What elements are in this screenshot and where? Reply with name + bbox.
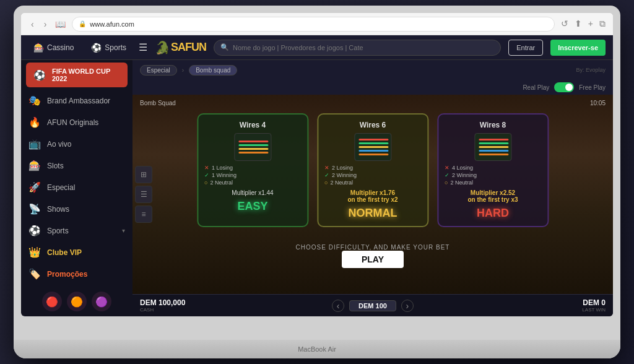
- slots-label: Slots: [47, 162, 125, 170]
- normal-stat-2-icon: ✓: [324, 172, 329, 178]
- difficulty-card-hard[interactable]: Wires 8 ✕ 4 Losin: [437, 113, 549, 227]
- balance-value: DEM 100,000: [140, 298, 185, 307]
- bet-increase-button[interactable]: ›: [401, 300, 414, 312]
- hard-wire-preview: [474, 133, 511, 161]
- search-icon: 🔍: [220, 43, 229, 51]
- login-button[interactable]: Entrar: [508, 40, 543, 56]
- bookmarks-icon[interactable]: 📖: [55, 19, 66, 29]
- fifa-icon: ⚽: [33, 69, 46, 81]
- chevron-down-icon: ▾: [122, 227, 125, 234]
- cassino-label: Cassino: [47, 43, 74, 52]
- sidebar-item-afun-originals[interactable]: 🔥 AFUN Originals: [21, 111, 132, 133]
- especial-icon: 🚀: [28, 181, 41, 193]
- laptop-screen: ‹ › 📖 🔒 www.afun.com ↺ ⬆ + ⧉ 🎰 Cassino: [21, 13, 613, 316]
- normal-stat-2-text: 2 Winning: [332, 172, 357, 178]
- sports-sidebar-label: Sports: [47, 227, 116, 235]
- add-tab-icon[interactable]: +: [588, 19, 593, 29]
- sidebar-item-brand-ambassador[interactable]: 🎭 Brand Ambassador: [21, 90, 132, 111]
- bet-decrease-button[interactable]: ‹: [332, 300, 344, 312]
- easy-stat-2-text: 1 Winning: [212, 172, 237, 178]
- tabs-icon[interactable]: ⧉: [599, 19, 606, 29]
- sidebar-item-vip[interactable]: 👑 Clube VIP: [21, 241, 132, 263]
- tab-cassino[interactable]: 🎰 Cassino: [28, 40, 79, 55]
- sidebar-bottom-icon-3[interactable]: 🟣: [92, 292, 111, 311]
- originals-icon: 🔥: [28, 116, 41, 128]
- url-bar[interactable]: 🔒 www.afun.com: [72, 17, 554, 32]
- easy-stat-1-icon: ✕: [204, 165, 209, 171]
- game-area: Especial › Bomb squad By: Evoplay Real P…: [132, 60, 613, 316]
- choose-difficulty-text: CHOOSE DIFFICULTY, AND MAKE YOUR BET: [296, 244, 450, 251]
- wire-yellow-3: [479, 146, 508, 148]
- sidebar-item-ao-vivo[interactable]: 📺 Ao vivo: [21, 133, 132, 155]
- easy-stat-3-text: 2 Neutral: [210, 180, 233, 186]
- browser-bar: ‹ › 📖 🔒 www.afun.com ↺ ⬆ + ⧉: [21, 13, 613, 35]
- sidebar-bottom-icon-1[interactable]: 🔴: [42, 292, 62, 311]
- breadcrumb-current[interactable]: Bomb squad: [189, 65, 237, 76]
- easy-stat-2: ✓ 1 Winning: [204, 172, 301, 178]
- difficulty-card-normal[interactable]: Wires 6 ✕ 2 Losin: [317, 113, 428, 227]
- search-bar[interactable]: 🔍 Nome do jogo | Provedores de jogos | C…: [214, 40, 501, 56]
- sidebar-item-sports[interactable]: ⚽ Sports ▾: [21, 220, 132, 241]
- breadcrumb-separator: ›: [182, 67, 184, 74]
- easy-stat-1-text: 1 Losing: [212, 165, 233, 171]
- normal-card-header: Wires 6: [360, 121, 386, 129]
- app-header: 🎰 Cassino ⚽ Sports ☰ 🐊 SAFUN 🔍 Nome do j…: [21, 35, 613, 60]
- bet-section: ‹ DEM 100 ›: [297, 300, 448, 312]
- ao-vivo-icon: 📺: [28, 138, 41, 150]
- difficulty-cards: Wires 4 ✕ 1 Losing: [144, 113, 601, 227]
- easy-stat-3: ○ 2 Neutral: [204, 180, 301, 186]
- sidebar-item-fifa[interactable]: ⚽ FIFA WORLD CUP 2022: [26, 63, 128, 87]
- ao-vivo-label: Ao vivo: [47, 140, 125, 149]
- game-bottom-bar: DEM 100,000 CASH ‹ DEM 100 › DEM 0 LAST …: [132, 294, 613, 316]
- sidebar-item-shows[interactable]: 📡 Shows: [21, 198, 132, 220]
- play-mode-toggle[interactable]: [554, 82, 574, 92]
- cassino-icon: 🎰: [33, 43, 44, 53]
- lock-icon: 🔒: [79, 20, 86, 27]
- shows-icon: 📡: [28, 203, 41, 215]
- bet-value: DEM 100: [349, 300, 396, 311]
- brand-label: Brand Ambassador: [47, 97, 125, 105]
- forward-btn[interactable]: ›: [41, 18, 50, 30]
- refresh-icon[interactable]: ↺: [561, 19, 568, 29]
- promo-icon: 🏷️: [28, 268, 41, 280]
- hard-stat-2-icon: ✓: [445, 172, 449, 178]
- normal-stat-2: ✓ 2 Winning: [324, 172, 421, 178]
- hard-stat-1-text: 4 Losing: [452, 165, 473, 171]
- balance-label: CASH: [140, 307, 154, 313]
- hamburger-icon[interactable]: ☰: [139, 41, 147, 53]
- wire-green-2: [358, 142, 388, 144]
- easy-label: EASY: [237, 200, 267, 213]
- vip-label: Clube VIP: [47, 248, 125, 257]
- tab-sports[interactable]: ⚽ Sports: [86, 40, 131, 55]
- hard-label: HARD: [477, 207, 509, 220]
- slots-icon: 🎰: [28, 160, 41, 171]
- breadcrumb-especial[interactable]: Especial: [140, 65, 177, 76]
- back-btn[interactable]: ‹: [28, 18, 37, 30]
- normal-stat-1-text: 2 Losing: [332, 165, 353, 171]
- wire-red-1: [238, 141, 268, 142]
- game-breadcrumb: Especial › Bomb squad By: Evoplay: [132, 60, 613, 80]
- especial-label: Especial: [47, 183, 125, 192]
- brand-icon: 🎭: [28, 95, 41, 106]
- sidebar-item-slots[interactable]: 🎰 Slots: [21, 155, 132, 176]
- normal-stat-3-icon: ○: [324, 180, 328, 186]
- game-provider-label: By: Evoplay: [576, 67, 606, 73]
- logo-icon: 🐊: [155, 40, 170, 55]
- sidebar-item-especial[interactable]: 🚀 Especial: [21, 176, 132, 198]
- normal-label: NORMAL: [349, 207, 397, 220]
- register-button[interactable]: Inscrever-se: [550, 40, 606, 56]
- sidebar-bottom-icon-2[interactable]: 🟠: [67, 292, 87, 311]
- sidebar-item-promocoes[interactable]: 🏷️ Promoções: [21, 263, 132, 285]
- sidebar-bottom: 🔴 🟠 🟣: [21, 287, 132, 316]
- share-icon[interactable]: ⬆: [575, 19, 582, 29]
- sports-sidebar-icon: ⚽: [28, 225, 41, 236]
- wire-blue-2: [358, 150, 388, 152]
- game-timer: 10:05: [590, 100, 606, 106]
- wire-green-3: [479, 142, 508, 144]
- originals-label: AFUN Originals: [47, 118, 125, 127]
- play-button[interactable]: PLAY: [342, 251, 404, 268]
- search-placeholder: Nome do jogo | Provedores de jogos | Cat…: [233, 44, 363, 51]
- browser-nav: ‹ ›: [28, 18, 49, 30]
- hard-stats: ✕ 4 Losing ✓ 2 Winning ○ 2 Neutral: [445, 165, 541, 186]
- difficulty-card-easy[interactable]: Wires 4 ✕ 1 Losing: [197, 113, 308, 227]
